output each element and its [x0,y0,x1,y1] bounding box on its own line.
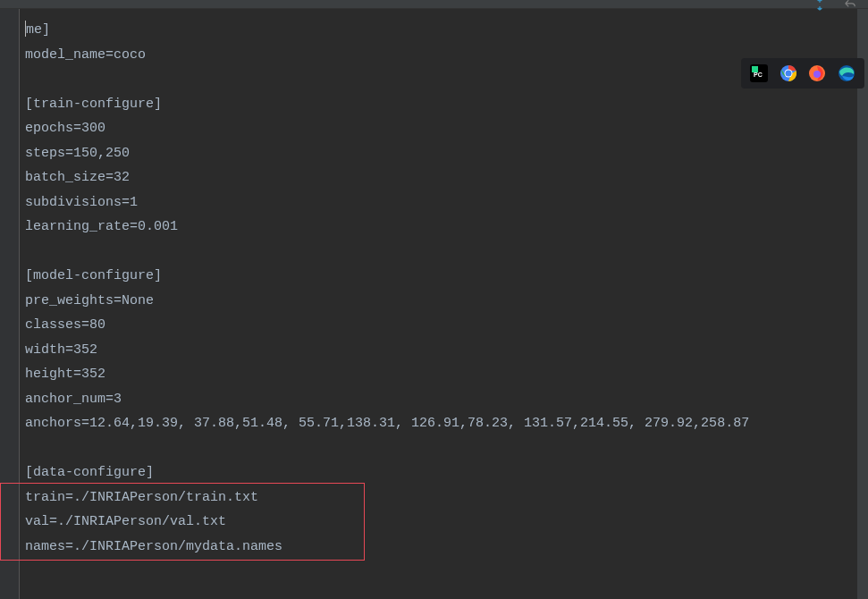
editor-line: [model-configure] [25,268,162,283]
chrome-app-icon[interactable] [779,63,798,83]
svg-text:PC: PC [754,72,763,78]
editor-line: batch_size=32 [25,170,130,185]
pycharm-app-icon[interactable]: PC [749,63,769,83]
editor-line: names=./INRIAPerson/mydata.names [25,539,282,554]
editor-line: [train-configure] [25,97,162,112]
firefox-app-icon[interactable] [807,63,827,83]
svg-point-5 [785,71,791,77]
editor-line: height=352 [25,367,105,382]
editor-line: subdivisions=1 [25,195,138,210]
edge-app-icon[interactable] [837,63,856,83]
editor-line: anchor_num=3 [25,392,122,407]
editor-line: anchors=12.64,19.39, 37.88,51.48, 55.71,… [25,416,749,431]
editor-line: classes=80 [25,317,105,333]
editor-line: pre_weights=None [25,293,154,308]
editor-line: steps=150,250 [25,146,130,161]
editor-gutter [0,9,20,599]
editor-line: val=./INRIAPerson/val.txt [25,514,226,529]
editor-line: epochs=300 [25,121,105,136]
svg-point-7 [813,71,821,78]
editor-line: train=./INRIAPerson/train.txt [25,490,258,505]
editor-line: me] [26,22,50,38]
editor-line: width=352 [25,342,97,358]
editor-line: model_name=coco [25,47,146,63]
editor-line: [data-configure] [25,465,154,480]
vertical-scrollbar[interactable] [857,9,868,599]
editor-line: learning_rate=0.001 [25,219,178,234]
code-editor[interactable]: me] model_name=coco [train-configure] ep… [20,9,868,599]
titlebar [0,0,868,9]
app-switcher-tray: PC [741,58,864,89]
